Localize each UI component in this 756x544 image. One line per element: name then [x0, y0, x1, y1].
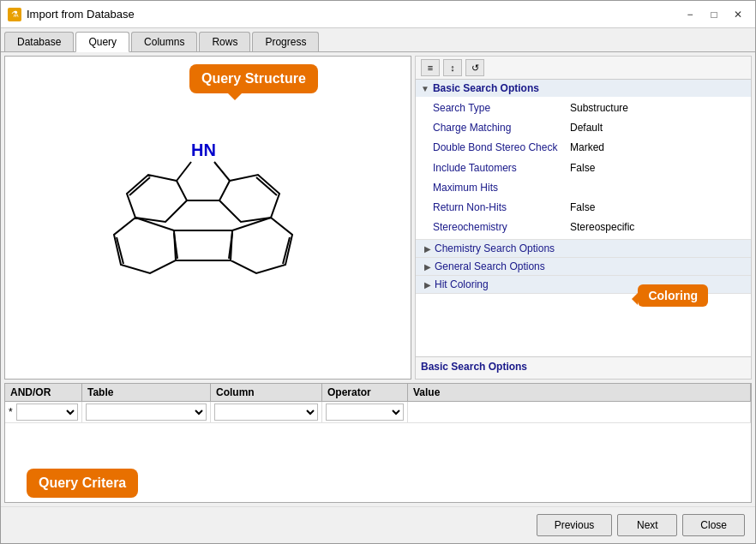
- tab-columns[interactable]: Columns: [131, 32, 197, 51]
- chevron-right-icon: ▶: [424, 262, 431, 272]
- return-non-hits-value: False: [570, 200, 595, 216]
- title-bar: ⚗ Import from Database − □ ✕: [1, 1, 755, 28]
- title-bar-left: ⚗ Import from Database: [8, 8, 135, 21]
- chevron-right-icon: ▶: [424, 244, 431, 254]
- tree-row: Include Tautomers False: [416, 158, 751, 178]
- charge-matching-value: Default: [570, 120, 603, 136]
- basic-search-body: Search Type Substructure Charge Matching…: [416, 97, 751, 239]
- double-bond-value: Marked: [570, 140, 604, 156]
- molecule-canvas[interactable]: HN: [5, 57, 411, 379]
- query-cell-table: [82, 402, 211, 422]
- svg-text:HN: HN: [191, 140, 216, 159]
- stereochemistry-label: Stereochemistry: [433, 219, 570, 236]
- tab-rows[interactable]: Rows: [199, 32, 250, 51]
- tautomers-value: False: [570, 160, 595, 176]
- options-toolbar: ≡ ↕ ↺: [415, 56, 752, 80]
- structure-panel[interactable]: HN: [4, 56, 411, 380]
- svg-marker-10: [231, 218, 292, 273]
- return-non-hits-label: Return Non-Hits: [433, 200, 570, 216]
- row-asterisk: *: [9, 406, 16, 418]
- svg-marker-5: [114, 218, 176, 273]
- svg-line-9: [256, 177, 277, 195]
- svg-line-2: [177, 162, 191, 181]
- tautomers-label: Include Tautomers: [433, 160, 570, 176]
- close-button[interactable]: ✕: [728, 6, 748, 23]
- max-hits-label: Maximum Hits: [433, 180, 570, 196]
- col-header-table: Table: [82, 384, 211, 401]
- window-controls: − □ ✕: [680, 6, 748, 23]
- general-search-header[interactable]: ▶ General Search Options: [416, 258, 751, 276]
- tab-progress[interactable]: Progress: [252, 32, 319, 51]
- maximize-button[interactable]: □: [704, 6, 724, 23]
- svg-line-4: [129, 177, 150, 195]
- table-select[interactable]: [86, 404, 207, 421]
- chemistry-search-label: Chemistry Search Options: [435, 242, 555, 254]
- query-cell-and-or: * AND OR: [5, 402, 82, 422]
- charge-matching-label: Charge Matching: [433, 120, 570, 136]
- previous-button[interactable]: Previous: [537, 514, 613, 536]
- tree-row: Return Non-Hits False: [416, 198, 751, 218]
- bottom-info-bar: Basic Search Options: [415, 357, 752, 380]
- close-button-footer[interactable]: Close: [682, 514, 745, 536]
- options-tree: ▼ Basic Search Options Search Type Subst…: [415, 80, 752, 357]
- chevron-right-icon: ▶: [424, 280, 431, 290]
- tree-row: Stereochemistry Stereospecific: [416, 218, 751, 237]
- main-window: ⚗ Import from Database − □ ✕ Database Qu…: [0, 0, 756, 544]
- col-header-value: Value: [408, 384, 751, 401]
- tree-row: Double Bond Stereo Check Marked: [416, 138, 751, 158]
- col-header-column: Column: [211, 384, 322, 401]
- col-header-operator: Operator: [322, 384, 408, 401]
- minimize-button[interactable]: −: [680, 6, 700, 23]
- stereochemistry-value: Stereospecific: [570, 219, 634, 236]
- svg-marker-8: [219, 175, 279, 222]
- query-criteria-callout: Query Critera: [27, 469, 138, 498]
- svg-line-1: [214, 162, 230, 181]
- app-icon: ⚗: [8, 8, 21, 21]
- general-search-label: General Search Options: [435, 260, 545, 272]
- double-bond-label: Double Bond Stereo Check: [433, 140, 570, 156]
- basic-search-label: Basic Search Options: [433, 82, 539, 94]
- search-type-value: Substructure: [570, 100, 628, 117]
- coloring-callout: Coloring: [638, 284, 708, 307]
- column-select[interactable]: [214, 404, 318, 421]
- window-title: Import from Database: [27, 8, 135, 21]
- operator-select[interactable]: [326, 404, 404, 421]
- right-panel: ≡ ↕ ↺ ▼ Basic Search Options Search Type…: [415, 56, 752, 380]
- query-cell-operator: [322, 402, 408, 422]
- tab-query[interactable]: Query: [75, 32, 129, 52]
- query-header-row: AND/OR Table Column Operator Value: [5, 384, 751, 402]
- hit-coloring-label: Hit Coloring: [435, 278, 489, 290]
- query-cell-column: [211, 402, 322, 422]
- query-data-row: * AND OR: [5, 402, 751, 423]
- tab-database[interactable]: Database: [4, 32, 74, 51]
- footer: Previous Next Close: [1, 506, 755, 543]
- chevron-down-icon: ▼: [421, 84, 429, 93]
- tree-row: Charge Matching Default: [416, 118, 751, 138]
- query-structure-callout: Query Structure: [189, 64, 318, 93]
- chemistry-search-header[interactable]: ▶ Chemistry Search Options: [416, 240, 751, 258]
- tree-row: Maximum Hits: [416, 178, 751, 198]
- order-button[interactable]: ↕: [443, 59, 462, 76]
- col-header-and-or: AND/OR: [5, 384, 82, 401]
- svg-marker-3: [127, 175, 187, 222]
- tab-bar: Database Query Columns Rows Progress: [1, 28, 755, 52]
- basic-search-section: ▼ Basic Search Options Search Type Subst…: [416, 80, 751, 240]
- query-cell-value[interactable]: [408, 402, 751, 422]
- tree-row: Search Type Substructure: [416, 99, 751, 118]
- molecule-svg: HN: [45, 98, 371, 338]
- and-or-select[interactable]: AND OR: [16, 404, 78, 421]
- next-button[interactable]: Next: [617, 514, 677, 536]
- sort-button[interactable]: ≡: [421, 59, 440, 76]
- basic-search-header[interactable]: ▼ Basic Search Options: [416, 80, 751, 97]
- search-type-label: Search Type: [433, 100, 570, 117]
- main-content: Query Structure HN: [1, 52, 755, 383]
- reset-button[interactable]: ↺: [465, 59, 484, 76]
